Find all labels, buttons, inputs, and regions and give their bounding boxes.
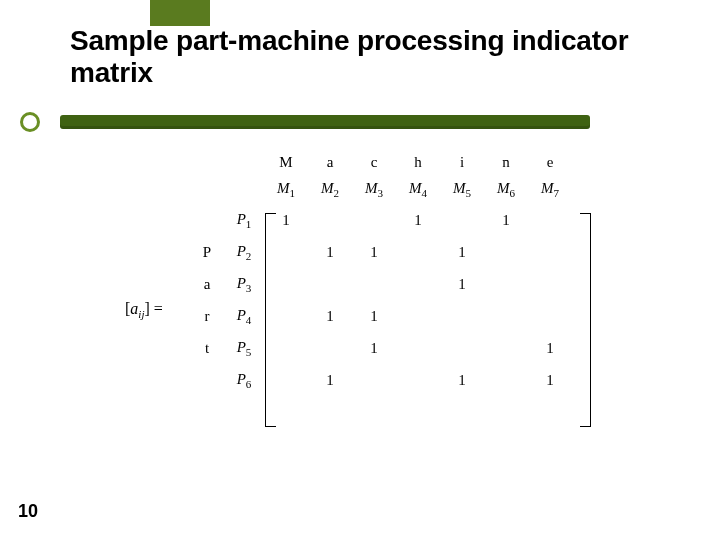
col-label: M7	[528, 174, 572, 204]
matrix-col-header-row: M1 M2 M3 M4 M5 M6 M7	[190, 174, 572, 204]
page-number: 10	[18, 501, 38, 522]
cell: 1	[484, 204, 528, 236]
top-word-letter: a	[308, 150, 352, 174]
cell	[440, 332, 484, 364]
col-label: M2	[308, 174, 352, 204]
col-label: M6	[484, 174, 528, 204]
cell	[440, 300, 484, 332]
side-word-letter: P	[190, 236, 224, 268]
cell	[484, 300, 528, 332]
cell: 1	[440, 236, 484, 268]
cell: 1	[528, 332, 572, 364]
divider-dot-icon	[20, 112, 40, 132]
cell	[352, 268, 396, 300]
col-label: M3	[352, 174, 396, 204]
cell	[528, 268, 572, 300]
matrix-right-bracket-icon	[580, 213, 591, 427]
cell: 1	[352, 300, 396, 332]
cell	[440, 204, 484, 236]
cell: 1	[308, 364, 352, 396]
side-word-letter: a	[190, 268, 224, 300]
cell: 1	[440, 268, 484, 300]
row-label: P2	[224, 236, 264, 268]
matrix-row: r P4 1 1	[190, 300, 572, 332]
side-word-letter	[190, 204, 224, 236]
cell	[484, 268, 528, 300]
cell	[396, 364, 440, 396]
cell	[528, 236, 572, 268]
cell	[308, 268, 352, 300]
row-label: P6	[224, 364, 264, 396]
matrix-row: t P5 1 1	[190, 332, 572, 364]
matrix-row: P1 1 1 1	[190, 204, 572, 236]
cell	[484, 332, 528, 364]
top-word-letter: n	[484, 150, 528, 174]
matrix: [aij] = M a c h i n e M1 M2 M3 M4 M5 M6 …	[130, 150, 620, 396]
cell	[528, 204, 572, 236]
row-label: P5	[224, 332, 264, 364]
cell	[396, 268, 440, 300]
top-word-letter: i	[440, 150, 484, 174]
side-word-letter: r	[190, 300, 224, 332]
matrix-row: a P3 1	[190, 268, 572, 300]
cell	[484, 364, 528, 396]
matrix-row: P6 1 1 1	[190, 364, 572, 396]
title-divider	[20, 112, 590, 130]
col-label: M5	[440, 174, 484, 204]
cell: 1	[352, 236, 396, 268]
cell	[352, 204, 396, 236]
slide-title: Sample part-machine processing indicator…	[70, 25, 680, 89]
matrix-row: P P2 1 1 1	[190, 236, 572, 268]
side-word-letter	[190, 364, 224, 396]
cell	[352, 364, 396, 396]
row-label: P4	[224, 300, 264, 332]
cell	[528, 300, 572, 332]
cell: 1	[396, 204, 440, 236]
cell	[484, 236, 528, 268]
cell	[308, 204, 352, 236]
top-accent-bar	[150, 0, 210, 26]
side-word-letter: t	[190, 332, 224, 364]
top-word-letter: M	[264, 150, 308, 174]
matrix-table: M a c h i n e M1 M2 M3 M4 M5 M6 M7 P1 1 …	[190, 150, 572, 396]
row-label: P3	[224, 268, 264, 300]
row-label: P1	[224, 204, 264, 236]
cell: 1	[352, 332, 396, 364]
matrix-left-bracket-icon	[265, 213, 276, 427]
cell	[396, 300, 440, 332]
cell	[396, 332, 440, 364]
col-label: M4	[396, 174, 440, 204]
divider-bar	[60, 115, 590, 129]
matrix-lhs: [aij] =	[125, 300, 163, 320]
cell: 1	[308, 236, 352, 268]
cell	[308, 332, 352, 364]
col-label: M1	[264, 174, 308, 204]
top-word-letter: c	[352, 150, 396, 174]
top-word-letter: e	[528, 150, 572, 174]
cell: 1	[308, 300, 352, 332]
cell	[396, 236, 440, 268]
cell: 1	[440, 364, 484, 396]
top-word-letter: h	[396, 150, 440, 174]
cell: 1	[528, 364, 572, 396]
matrix-top-word-row: M a c h i n e	[190, 150, 572, 174]
